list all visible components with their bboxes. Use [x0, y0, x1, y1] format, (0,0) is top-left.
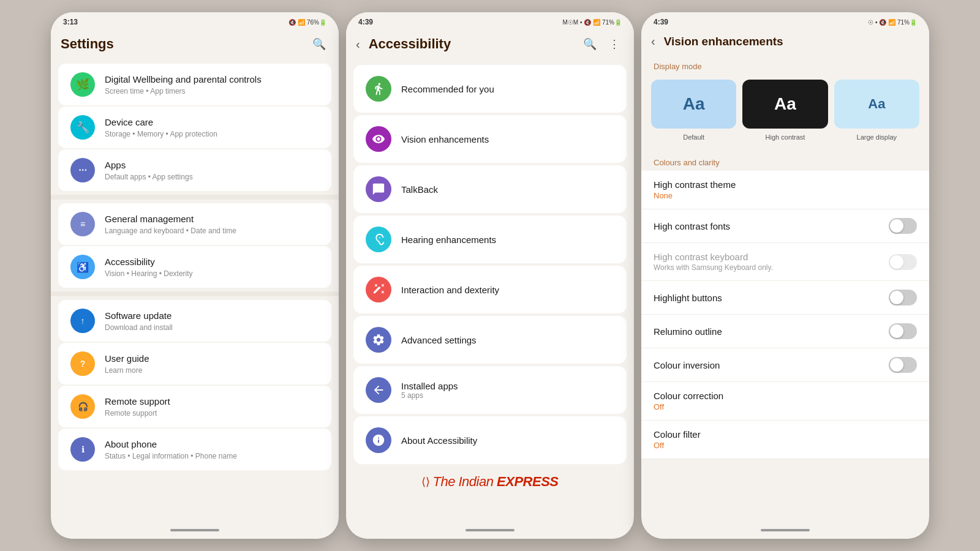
settings-item-apps[interactable]: ⋯ Apps Default apps • App settings: [58, 149, 331, 191]
software-update-icon: ↑: [70, 309, 95, 333]
interaction-icon: [366, 277, 391, 302]
back-icon-2[interactable]: ‹: [356, 37, 360, 51]
mode-label-large-display: Large display: [857, 133, 897, 141]
remote-support-icon: 🎧: [70, 394, 95, 419]
mode-preview-default: Aa: [651, 80, 736, 129]
talkback-icon: [366, 176, 391, 202]
acc-item-interaction[interactable]: Interaction and dexterity: [353, 266, 627, 313]
menu-icon-2[interactable]: ⋮: [605, 34, 624, 54]
talkback-title: TalkBack: [401, 184, 438, 195]
display-mode-label: Display mode: [641, 54, 929, 75]
phone-accessibility: 4:39 M☉M • 🔇 📶 71%🔋 ‹ Accessibility 🔍 ⋮ …: [346, 12, 634, 539]
search-icon-2[interactable]: 🔍: [580, 34, 600, 54]
nav-pill-2: [466, 529, 514, 531]
settings-title: Settings: [61, 36, 304, 52]
row-high-contrast-theme[interactable]: High contrast theme None: [641, 171, 929, 209]
mode-label-default: Default: [683, 133, 704, 141]
toggle-relumino[interactable]: [889, 323, 917, 339]
recommended-title: Recommended for you: [401, 84, 494, 94]
remote-support-subtitle: Remote support: [105, 409, 319, 418]
general-management-title: General management: [105, 213, 319, 225]
settings-item-general-management[interactable]: ≡ General management Language and keyboa…: [58, 203, 331, 245]
acc-item-vision[interactable]: Vision enhancements: [353, 115, 627, 163]
toggle-high-contrast-keyboard: [889, 254, 917, 270]
mode-high-contrast[interactable]: Aa High contrast: [742, 80, 827, 141]
settings-item-digital-wellbeing[interactable]: 🌿 Digital Wellbeing and parental control…: [58, 64, 331, 105]
vision-title: Vision enhancements: [401, 134, 489, 144]
time-2: 4:39: [358, 18, 373, 26]
row-colour-filter[interactable]: Colour filter Off: [641, 421, 929, 459]
vision-header: ‹ Vision enhancements: [641, 29, 929, 54]
relumino-title: Relumino outline: [654, 326, 889, 337]
svg-point-0: [379, 237, 380, 238]
advanced-icon: [366, 327, 391, 353]
acc-item-advanced[interactable]: Advanced settings: [353, 316, 627, 364]
group-divider-2: [51, 291, 339, 296]
user-guide-icon: ?: [70, 351, 95, 376]
colour-correction-title: Colour correction: [654, 391, 917, 401]
device-care-icon: 🔧: [70, 115, 95, 140]
status-icons-2: M☉M • 🔇 📶 71%🔋: [562, 19, 622, 26]
settings-item-about-phone[interactable]: ℹ About phone Status • Legal information…: [58, 429, 331, 470]
time-3: 4:39: [654, 18, 668, 26]
advanced-title: Advanced settings: [401, 335, 477, 345]
hearing-icon: [366, 227, 391, 252]
mode-default[interactable]: Aa Default: [651, 80, 736, 141]
device-care-title: Device care: [105, 116, 319, 129]
settings-header: Settings 🔍: [51, 29, 339, 60]
vision-content: Display mode Aa Default Aa High contrast…: [641, 54, 929, 522]
status-icons-3: ☉ • 🔇 📶 71%🔋: [868, 19, 917, 26]
vision-icon: [366, 126, 391, 152]
status-bar-1: 3:13 🔇 📶 76%🔋: [51, 12, 339, 29]
mode-preview-large-display: Aa: [834, 80, 919, 129]
row-colour-correction[interactable]: Colour correction Off: [641, 382, 929, 421]
interaction-title: Interaction and dexterity: [401, 285, 499, 295]
acc-item-recommended[interactable]: Recommended for you: [353, 65, 627, 113]
toggle-colour-inversion[interactable]: [889, 357, 917, 373]
toggle-high-contrast-fonts[interactable]: [889, 218, 917, 234]
nav-bar-3: [641, 522, 929, 539]
settings-item-software-update[interactable]: ↑ Software update Download and install: [58, 300, 331, 342]
acc-item-installed[interactable]: Installed apps 5 apps: [353, 366, 627, 414]
accessibility-subtitle: Vision • Hearing • Dexterity: [105, 269, 319, 278]
general-management-icon: ≡: [70, 212, 95, 236]
row-relumino: Relumino outline: [641, 315, 929, 348]
about-phone-subtitle: Status • Legal information • Phone name: [105, 452, 319, 460]
settings-item-user-guide[interactable]: ? User guide Learn more: [58, 343, 331, 384]
row-high-contrast-fonts: High contrast fonts: [641, 209, 929, 243]
apps-title: Apps: [105, 159, 319, 171]
general-management-subtitle: Language and keyboard • Date and time: [105, 227, 319, 235]
mode-large-display[interactable]: Aa Large display: [834, 80, 919, 141]
accessibility-content: Recommended for you Vision enhancements …: [346, 60, 634, 522]
high-contrast-theme-value: None: [654, 191, 917, 200]
colours-section-label: Colours and clarity: [641, 151, 929, 171]
recommended-icon: [366, 76, 391, 102]
about-phone-title: About phone: [105, 438, 319, 451]
acc-item-hearing[interactable]: Hearing enhancements: [353, 216, 627, 263]
acc-item-about[interactable]: About Accessibility: [353, 416, 627, 464]
phone-vision: 4:39 ☉ • 🔇 📶 71%🔋 ‹ Vision enhancements …: [641, 12, 929, 539]
row-colour-inversion: Colour inversion: [641, 348, 929, 382]
highlight-buttons-title: Highlight buttons: [654, 293, 889, 303]
toggle-highlight-buttons[interactable]: [889, 290, 917, 305]
settings-content: 🌿 Digital Wellbeing and parental control…: [51, 60, 339, 522]
digital-wellbeing-title: Digital Wellbeing and parental controls: [105, 73, 319, 86]
back-icon-3[interactable]: ‹: [651, 34, 655, 48]
accessibility-header: ‹ Accessibility 🔍 ⋮: [346, 29, 634, 60]
acc-item-talkback[interactable]: TalkBack: [353, 165, 627, 213]
digital-wellbeing-icon: 🌿: [70, 72, 95, 97]
device-care-subtitle: Storage • Memory • App protection: [105, 130, 319, 138]
time-1: 3:13: [63, 18, 78, 26]
settings-item-accessibility[interactable]: ♿ Accessibility Vision • Hearing • Dexte…: [58, 246, 331, 288]
settings-item-device-care[interactable]: 🔧 Device care Storage • Memory • App pro…: [58, 107, 331, 148]
installed-icon: [366, 377, 391, 403]
colour-filter-title: Colour filter: [654, 429, 917, 440]
user-guide-subtitle: Learn more: [105, 366, 319, 375]
accessibility-page-title: Accessibility: [369, 36, 575, 52]
status-bar-2: 4:39 M☉M • 🔇 📶 71%🔋: [346, 12, 634, 29]
accessibility-title: Accessibility: [105, 256, 319, 268]
search-icon-1[interactable]: 🔍: [309, 34, 329, 54]
colour-inversion-title: Colour inversion: [654, 360, 889, 370]
settings-item-remote-support[interactable]: 🎧 Remote support Remote support: [58, 386, 331, 427]
about-phone-icon: ℹ: [70, 437, 95, 462]
